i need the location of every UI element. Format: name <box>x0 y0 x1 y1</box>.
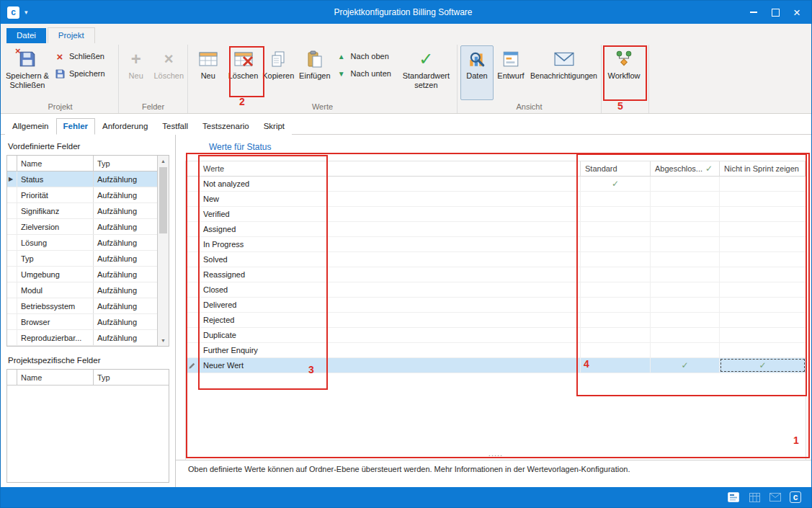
value-row[interactable]: Verified <box>186 207 806 222</box>
move-up-button[interactable]: ▲ Nach oben <box>336 50 396 62</box>
value-row[interactable]: Not analyzed ✓ <box>186 177 806 192</box>
x-icon: × <box>164 48 174 70</box>
view-data-button[interactable]: Daten <box>460 45 494 100</box>
doc-tab[interactable]: Fehler <box>56 118 96 135</box>
values-grid: Werte Standard Abgeschlos... ✓ Nicht in … <box>185 161 806 460</box>
standard-check-cell <box>581 237 651 251</box>
copy-button[interactable]: Kopieren <box>260 45 298 100</box>
value-row[interactable]: Closed <box>186 282 806 298</box>
field-name-cell: Lösung <box>17 235 94 250</box>
row-selector <box>7 219 17 234</box>
value-row[interactable]: New <box>186 192 806 207</box>
field-row[interactable]: Betriebssystem Aufzählung <box>7 298 157 314</box>
status-properties-icon[interactable] <box>727 491 740 504</box>
row-selector <box>7 298 17 313</box>
column-header-abgeschlossen[interactable]: Abgeschlos... ✓ <box>651 161 720 176</box>
titlebar-left: c ▾ <box>1 6 63 19</box>
value-row[interactable]: Assigned <box>186 222 806 237</box>
value-new-button[interactable]: Neu <box>189 45 227 100</box>
value-row[interactable]: In Progress <box>186 237 806 252</box>
field-type-cell: Aufzählung <box>94 187 157 202</box>
row-selector <box>186 237 199 251</box>
app-logo-icon[interactable]: c <box>7 6 19 19</box>
field-name-cell: Browser <box>17 314 94 329</box>
field-new-button[interactable]: + Neu <box>120 45 151 100</box>
doc-tab[interactable]: Skript <box>256 118 292 135</box>
table-delete-icon <box>233 48 254 70</box>
column-header-sprint[interactable]: Nicht in Sprint zeigen <box>720 161 806 176</box>
column-header-standard[interactable]: Standard <box>581 161 651 176</box>
status-logo-icon[interactable]: c <box>790 491 801 503</box>
value-row[interactable]: Solved <box>186 252 806 267</box>
paste-button[interactable]: Einfügen <box>297 45 333 100</box>
save-close-button[interactable]: × Speichern & Schließen <box>4 45 51 100</box>
field-row[interactable]: ▶ Status Aufzählung <box>7 171 157 187</box>
save-close-icon: × <box>18 48 37 70</box>
move-down-button[interactable]: ▼ Nach unten <box>336 68 396 79</box>
close-project-button[interactable]: × Schließen <box>54 50 105 62</box>
tab-datei[interactable]: Datei <box>6 28 46 43</box>
column-header-typ[interactable]: Typ <box>94 370 169 385</box>
field-row[interactable]: Reproduzierbar... Aufzählung <box>7 330 157 346</box>
value-row[interactable]: Rejected <box>186 313 806 328</box>
fields-scrollbar[interactable]: ▲ ▼ <box>157 156 169 346</box>
value-row[interactable]: Delivered <box>186 298 806 313</box>
field-row[interactable]: Zielversion Aufzählung <box>7 219 157 235</box>
field-row[interactable]: Typ Aufzählung <box>7 251 157 267</box>
design-view-icon <box>501 48 520 70</box>
save-button[interactable]: Speichern <box>54 68 105 79</box>
doc-tab-label: Skript <box>264 122 285 130</box>
row-selector <box>7 314 17 329</box>
doc-tab[interactable]: Testszenario <box>195 118 256 135</box>
field-row[interactable]: Priorität Aufzählung <box>7 187 157 203</box>
value-delete-button[interactable]: Löschen <box>227 45 260 100</box>
field-name-cell: Typ <box>17 251 94 266</box>
doc-tab[interactable]: Testfall <box>155 118 195 135</box>
scroll-down-icon[interactable]: ▼ <box>158 335 169 346</box>
value-row[interactable]: Reassigned <box>186 267 806 282</box>
notifications-button[interactable]: Benachrichtigungen <box>528 45 599 100</box>
doc-tab[interactable]: Allgemein <box>5 118 56 135</box>
scroll-up-icon[interactable]: ▲ <box>158 156 169 166</box>
field-row[interactable]: Browser Aufzählung <box>7 314 157 330</box>
maximize-button[interactable] <box>764 3 786 22</box>
field-type-cell: Aufzählung <box>94 298 157 313</box>
standard-check-cell <box>581 343 651 357</box>
status-grid-icon[interactable] <box>748 491 761 504</box>
abgeschlossen-check-cell <box>651 328 720 342</box>
view-design-button[interactable]: Entwurf <box>494 45 528 100</box>
value-row[interactable]: Neuer Wert ✓ ✓ <box>186 358 806 373</box>
field-row[interactable]: Umgebung Aufzählung <box>7 267 157 282</box>
field-row[interactable]: Signifikanz Aufzählung <box>7 203 157 219</box>
status-mail-icon[interactable] <box>769 491 782 504</box>
predefined-fields-title: Vordefinierte Felder <box>8 142 175 151</box>
mail-icon <box>554 48 574 70</box>
field-type-cell: Aufzählung <box>94 330 157 345</box>
chevron-down-icon[interactable]: ▾ <box>24 9 28 16</box>
column-header-werte[interactable]: Werte <box>199 161 581 176</box>
tab-projekt[interactable]: Projekt <box>48 27 95 43</box>
ribbon-group-felder: + Neu × Löschen Felder <box>119 45 188 113</box>
column-header-typ[interactable]: Typ <box>94 156 157 171</box>
splitter-grip[interactable]: ..... <box>186 450 806 457</box>
value-row[interactable]: Further Enquiry <box>186 343 806 358</box>
field-row[interactable]: Modul Aufzählung <box>7 282 157 298</box>
row-selector-header <box>186 161 199 176</box>
value-row[interactable]: Duplicate <box>186 328 806 343</box>
value-name-cell: Further Enquiry <box>199 343 581 357</box>
paste-icon <box>306 48 324 70</box>
value-name-cell: Solved <box>199 252 581 267</box>
field-delete-button[interactable]: × Löschen <box>151 45 186 100</box>
column-header-name[interactable]: Name <box>17 156 94 171</box>
column-header-name[interactable]: Name <box>17 370 94 385</box>
field-row[interactable]: Lösung Aufzählung <box>7 235 157 251</box>
close-button[interactable]: × <box>786 3 808 22</box>
value-name-cell: Assigned <box>199 222 581 236</box>
workflow-button[interactable]: Workflow <box>603 45 645 100</box>
row-selector <box>186 267 199 282</box>
doc-tab[interactable]: Anforderung <box>95 118 155 135</box>
scrollbar-thumb[interactable] <box>159 167 167 233</box>
minimize-button[interactable] <box>743 3 764 22</box>
set-default-button[interactable]: ✓ Standardwert setzen <box>397 45 455 100</box>
value-name-cell: In Progress <box>199 237 581 251</box>
